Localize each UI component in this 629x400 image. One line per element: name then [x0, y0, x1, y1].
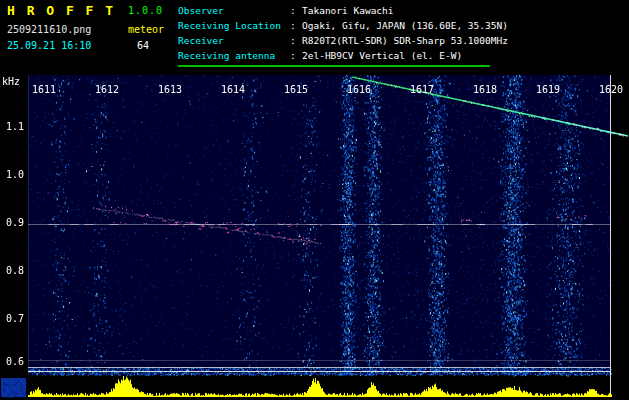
info-row-antenna: Receiving antenna:2el-HB9CV Vertical (el…: [178, 48, 508, 63]
freq-unit-label: kHz: [2, 76, 20, 87]
station-info: Observer:Takanori Kawachi Receiving Loca…: [178, 3, 508, 63]
info-row-receiver: Receiver:R820T2(RTL-SDR) SDR-Sharp 53.10…: [178, 33, 508, 48]
datetime-label: 25.09.21 16:10: [7, 40, 91, 51]
info-label: Observer: [178, 3, 290, 18]
freq-label: 0.7: [0, 313, 24, 324]
time-label: 1615: [284, 84, 308, 95]
info-separator: :: [290, 33, 302, 48]
freq-label: 0.6: [0, 356, 24, 367]
time-label: 1611: [32, 84, 56, 95]
output-filename: 2509211610.png: [7, 24, 91, 35]
time-label: 1618: [473, 84, 497, 95]
info-separator: :: [290, 48, 302, 63]
spectrogram-canvas: [0, 75, 629, 400]
info-label: Receiver: [178, 33, 290, 48]
freq-label: 0.9: [0, 217, 24, 228]
info-row-observer: Observer:Takanori Kawachi: [178, 3, 508, 18]
info-value: 2el-HB9CV Vertical (el. E-W): [302, 48, 462, 63]
time-label: 1619: [536, 84, 560, 95]
freq-label: 1.0: [0, 169, 24, 180]
app-title: H R O F F T: [7, 3, 115, 18]
info-row-location: Receiving Location:Ogaki, Gifu, JAPAN (1…: [178, 18, 508, 33]
info-label: Receiving antenna: [178, 48, 290, 63]
header-divider: [178, 65, 490, 67]
freq-label: 0.8: [0, 265, 24, 276]
time-label: 1614: [221, 84, 245, 95]
mode-label: meteor: [128, 24, 164, 35]
time-label: 1612: [95, 84, 119, 95]
hrofft-window: H R O F F T 1.0.0 2509211610.png meteor …: [0, 0, 629, 400]
info-separator: :: [290, 3, 302, 18]
time-label: 1616: [347, 84, 371, 95]
time-label: 1613: [158, 84, 182, 95]
info-value: Ogaki, Gifu, JAPAN (136.60E, 35.35N): [302, 18, 508, 33]
info-value: Takanori Kawachi: [302, 3, 394, 18]
sample-count: 64: [137, 40, 149, 51]
freq-label: 1.1: [0, 121, 24, 132]
header: H R O F F T 1.0.0 2509211610.png meteor …: [0, 0, 629, 75]
info-value: R820T2(RTL-SDR) SDR-Sharp 53.1000MHz: [302, 33, 508, 48]
app-version: 1.0.0: [128, 5, 163, 16]
time-label: 1617: [410, 84, 434, 95]
time-label: 1620: [599, 84, 623, 95]
info-label: Receiving Location: [178, 18, 290, 33]
info-separator: :: [290, 18, 302, 33]
